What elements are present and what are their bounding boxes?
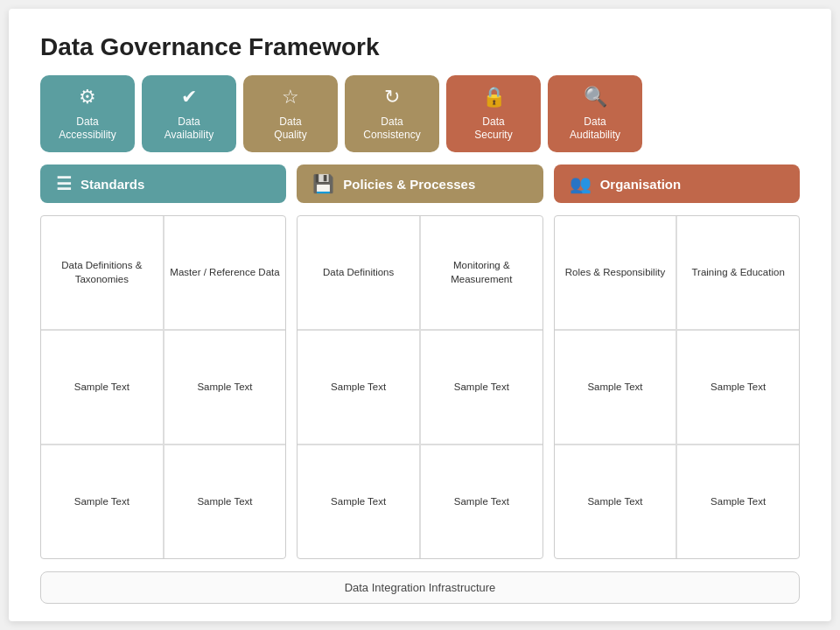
teal-card-group: ⚙ DataAccessibility ✔ DataAvailability <box>40 75 236 152</box>
organisation-label: Organisation <box>600 177 682 192</box>
section-header-standards: ☰ Standards <box>40 164 286 203</box>
cell-standards-sample-1: Sample Text <box>41 330 164 444</box>
card-data-accessibility: ⚙ DataAccessibility <box>40 75 135 152</box>
section-headers-row: ☰ Standards 💾 Policies & Processes 👥 Org… <box>40 164 800 203</box>
card-label-accessibility: DataAccessibility <box>59 116 116 143</box>
card-label-consistency: DataConsistency <box>363 116 420 143</box>
cell-policies-sample-4: Sample Text <box>420 444 542 558</box>
section-header-policies: 💾 Policies & Processes <box>297 164 542 203</box>
cell-training-education: Training & Education <box>676 216 799 330</box>
cell-data-definitions-taxonomies: Data Definitions & Taxonomies <box>41 216 164 330</box>
rust-card-group: 🔒 DataSecurity 🔍 DataAuditability <box>446 75 642 152</box>
policies-icon: 💾 <box>312 173 334 194</box>
card-data-auditability: 🔍 DataAuditability <box>548 75 642 152</box>
organisation-icon: 👥 <box>570 173 592 194</box>
slide: Data Governance Framework ⚙ DataAccessib… <box>9 9 831 621</box>
card-label-auditability: DataAuditability <box>570 116 620 143</box>
auditability-icon: 🔍 <box>584 85 607 110</box>
icon-cards-row: ⚙ DataAccessibility ✔ DataAvailability ☆… <box>40 75 800 152</box>
cell-policies-sample-1: Sample Text <box>298 330 420 444</box>
cell-standards-sample-2: Sample Text <box>164 330 286 444</box>
page-title: Data Governance Framework <box>40 33 800 61</box>
card-data-availability: ✔ DataAvailability <box>142 75 236 152</box>
cell-org-sample-1: Sample Text <box>555 330 677 444</box>
quality-icon: ☆ <box>282 85 299 110</box>
cell-monitoring-measurement: Monitoring & Measurement <box>420 216 542 330</box>
cell-org-sample-2: Sample Text <box>676 330 799 444</box>
security-icon: 🔒 <box>482 85 506 110</box>
card-data-security: 🔒 DataSecurity <box>446 75 541 152</box>
grid-policies: Data Definitions Monitoring & Measuremen… <box>297 215 542 559</box>
card-data-consistency: ↻ DataConsistency <box>345 75 439 152</box>
grid-standards: Data Definitions & Taxonomies Master / R… <box>40 215 286 559</box>
card-label-quality: DataQuality <box>274 116 306 143</box>
cell-standards-sample-4: Sample Text <box>164 444 286 558</box>
section-header-organisation: 👥 Organisation <box>554 164 800 203</box>
cell-policies-sample-2: Sample Text <box>420 330 542 444</box>
cell-standards-sample-3: Sample Text <box>41 444 164 558</box>
cell-org-sample-4: Sample Text <box>676 444 799 558</box>
card-label-availability: DataAvailability <box>164 116 214 143</box>
standards-label: Standards <box>80 177 144 192</box>
card-label-security: DataSecurity <box>474 116 512 143</box>
policies-label: Policies & Processes <box>343 177 475 192</box>
cell-org-sample-3: Sample Text <box>555 444 677 558</box>
cell-roles-responsibility: Roles & Responsibility <box>555 216 677 330</box>
olive-card-group: ☆ DataQuality ↻ DataConsistency <box>243 75 439 152</box>
cell-data-definitions: Data Definitions <box>298 216 420 330</box>
grid-organisation: Roles & Responsibility Training & Educat… <box>554 215 800 559</box>
consistency-icon: ↻ <box>384 85 400 110</box>
footer-bar: Data Integration Infrastructure <box>40 571 800 604</box>
accessibility-icon: ⚙ <box>79 85 96 110</box>
cell-policies-sample-3: Sample Text <box>298 444 420 558</box>
card-data-quality: ☆ DataQuality <box>243 75 338 152</box>
grids-row: Data Definitions & Taxonomies Master / R… <box>40 215 800 559</box>
cell-master-reference-data: Master / Reference Data <box>164 216 286 330</box>
availability-icon: ✔ <box>181 85 197 110</box>
standards-icon: ☰ <box>56 173 72 194</box>
